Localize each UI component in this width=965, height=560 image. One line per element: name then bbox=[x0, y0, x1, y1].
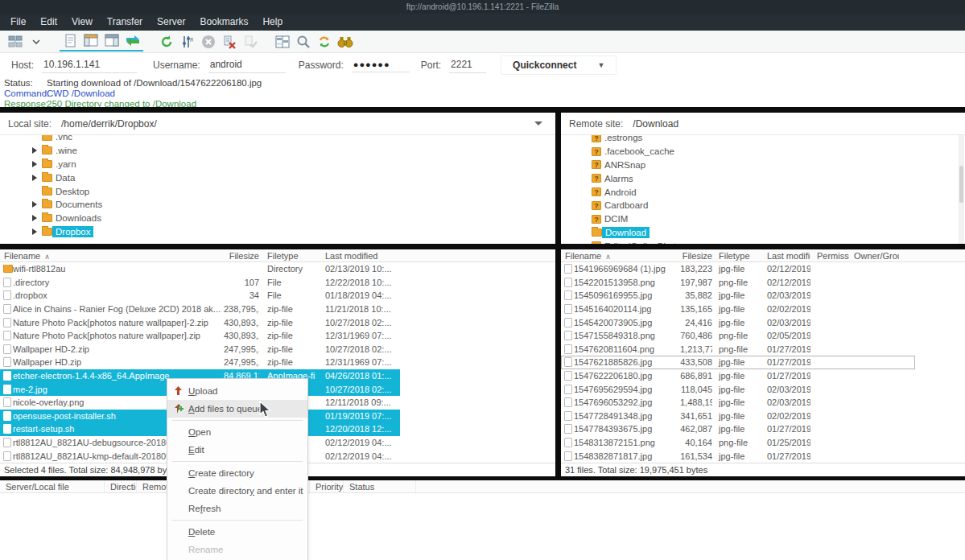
tree-item-anrsnap[interactable]: ?ANRSnap bbox=[561, 159, 965, 172]
local-site-combo-chevron-icon[interactable] bbox=[534, 121, 542, 126]
file-row[interactable]: 1547155849318.png760,486png-file02/05/20… bbox=[561, 329, 915, 343]
context-menu-item-create-directory-and-enter-it[interactable]: Create directory and enter it bbox=[167, 482, 307, 500]
tree-item-android[interactable]: ?Android bbox=[561, 185, 965, 199]
file-row[interactable]: 1547784393675.jpg462,087jpg-file01/27/20… bbox=[561, 422, 915, 436]
tree-item--facebook-cache[interactable]: ?.facebook_cache bbox=[561, 145, 965, 159]
file-row[interactable]: 1548382871817.jpg161,534jpg-file01/27/20… bbox=[561, 449, 915, 463]
context-menu-item-rename[interactable]: Rename bbox=[167, 541, 307, 558]
file-row[interactable]: 1547696053292.jpg1,488,196jpg-file02/03/… bbox=[561, 396, 915, 410]
synchronized-browsing-icon[interactable] bbox=[315, 33, 334, 51]
tree-item--wine[interactable]: .wine bbox=[0, 144, 555, 158]
remote-tree-list-splitter[interactable] bbox=[561, 244, 965, 249]
context-menu-item-create-directory[interactable]: Create directory bbox=[167, 464, 307, 482]
remote-site-path[interactable]: /Download bbox=[633, 118, 678, 130]
local-site-path[interactable]: /home/derrik/Dropbox/ bbox=[61, 118, 157, 130]
column-header-last-modified[interactable]: Last modified bbox=[315, 251, 396, 261]
toggle-message-log-icon[interactable] bbox=[60, 31, 80, 49]
file-row[interactable]: 1547728491348.jpg341,651jpg-file02/02/20… bbox=[561, 410, 915, 423]
disconnect-icon[interactable] bbox=[220, 33, 239, 51]
username-input[interactable]: android bbox=[208, 57, 286, 73]
file-row[interactable]: .dropbox34File01/18/2019 04:... bbox=[0, 289, 400, 303]
tree-item-data[interactable]: Data bbox=[0, 171, 555, 184]
toggle-local-tree-icon[interactable] bbox=[81, 31, 101, 49]
queue-column-server-local-file[interactable]: Server/Local file bbox=[0, 480, 105, 492]
column-header-last-modified[interactable]: Last modified bbox=[759, 251, 810, 261]
cancel-icon[interactable] bbox=[199, 33, 218, 51]
file-row[interactable]: Alice in Chains - Ranier Fog (Deluxe 2CD… bbox=[0, 303, 400, 316]
file-row[interactable]: Nature Photo Pack[photos nature wallpape… bbox=[0, 329, 400, 343]
file-row[interactable]: 1541966969684 (1).jpg183,223jpg-file02/1… bbox=[561, 262, 915, 276]
site-manager-icon[interactable] bbox=[6, 33, 25, 51]
file-row[interactable]: 1545096169955.jpg35,882jpg-file02/03/201… bbox=[561, 289, 915, 303]
file-row[interactable]: Nature Photo Pack[photos nature wallpape… bbox=[0, 315, 400, 329]
tree-item-dcim[interactable]: ?DCIM bbox=[561, 212, 965, 226]
column-header-filename[interactable]: Filename∧ bbox=[561, 251, 680, 261]
column-header-filesize[interactable]: Filesize bbox=[224, 251, 259, 261]
file-row[interactable]: 1547622206180.jpg686,891jpg-file01/27/20… bbox=[561, 369, 915, 383]
file-row[interactable]: Wallpaper HD.zip247,995,...zip-file12/31… bbox=[0, 356, 400, 369]
file-row[interactable]: 1547621885826.jpg433,508jpg-file01/27/20… bbox=[561, 356, 915, 369]
password-input[interactable]: ●●●●●● bbox=[352, 58, 410, 72]
tree-item-documents[interactable]: Documents bbox=[0, 198, 555, 212]
queue-column-status[interactable]: Status bbox=[344, 480, 416, 492]
column-header-filesize[interactable]: Filesize bbox=[680, 251, 712, 261]
file-row[interactable]: 1548313872151.png40,164png-file01/25/201… bbox=[561, 436, 915, 450]
toggle-transfer-queue-icon[interactable] bbox=[123, 31, 142, 49]
menu-item-edit[interactable]: Edit bbox=[33, 14, 64, 31]
file-row[interactable]: 1542201513958.png197,987png-file02/12/20… bbox=[561, 276, 915, 290]
host-input[interactable]: 10.196.1.141 bbox=[42, 57, 137, 73]
tree-item-desktop[interactable]: Desktop bbox=[0, 184, 555, 198]
directory-comparison-icon[interactable] bbox=[273, 33, 292, 51]
menu-item-help[interactable]: Help bbox=[255, 14, 290, 31]
menu-item-view[interactable]: View bbox=[64, 14, 100, 31]
quickconnect-dropdown-chevron-icon[interactable]: ▼ bbox=[597, 61, 604, 69]
tree-expander-icon[interactable] bbox=[32, 229, 37, 235]
context-menu-item-open[interactable]: Open bbox=[167, 423, 307, 441]
column-header-permission-[interactable]: Permission: bbox=[810, 251, 849, 261]
refresh-icon[interactable] bbox=[157, 33, 176, 51]
context-menu-item-add-files-to-queue[interactable]: Add files to queue bbox=[167, 400, 307, 418]
column-header-filetype[interactable]: Filetype bbox=[712, 251, 759, 261]
context-menu-item-refresh[interactable]: Refresh bbox=[167, 500, 307, 517]
menu-item-bookmarks[interactable]: Bookmarks bbox=[192, 14, 255, 31]
column-header-filename[interactable]: Filename∧ bbox=[0, 251, 224, 261]
find-files-icon[interactable] bbox=[294, 33, 313, 51]
tree-item-download[interactable]: Download bbox=[561, 226, 965, 240]
tree-item-downloads[interactable]: Downloads bbox=[0, 212, 555, 225]
context-menu-item-upload[interactable]: Upload bbox=[167, 382, 307, 400]
filter-icon[interactable]: R bbox=[178, 33, 197, 51]
panes-vertical-splitter[interactable] bbox=[555, 113, 561, 476]
file-row[interactable]: 1545420073905.jpg24,416jpg-file02/03/201… bbox=[561, 315, 915, 329]
tree-item-dropbox[interactable]: Dropbox bbox=[0, 225, 555, 239]
binoculars-icon[interactable] bbox=[336, 33, 355, 51]
tree-item--vnc[interactable]: .vnc bbox=[0, 135, 555, 144]
menu-item-transfer[interactable]: Transfer bbox=[100, 14, 150, 31]
file-row[interactable]: Wallpaper HD-2.zip247,995,...zip-file10/… bbox=[0, 343, 400, 356]
file-row[interactable]: .directory107File12/22/2018 10:... bbox=[0, 276, 400, 290]
tree-expander-icon[interactable] bbox=[32, 215, 37, 221]
site-manager-dropdown-chevron-icon[interactable] bbox=[27, 33, 46, 51]
tree-item--yarn[interactable]: .yarn bbox=[0, 158, 555, 171]
tree-item-editedonlinephotos[interactable]: ?EditedOnlinePhotos bbox=[561, 239, 965, 244]
local-tree-list-splitter[interactable] bbox=[0, 244, 555, 249]
tree-expander-icon[interactable] bbox=[32, 147, 37, 154]
column-header-filetype[interactable]: Filetype bbox=[259, 251, 315, 261]
queue-column-direction[interactable]: Direction bbox=[105, 480, 137, 492]
file-row[interactable]: wifi-rtl8812auDirectory02/13/2019 10:... bbox=[0, 262, 400, 276]
toggle-remote-tree-icon[interactable] bbox=[102, 31, 122, 49]
tree-expander-icon[interactable] bbox=[32, 201, 37, 208]
log-panes-splitter[interactable] bbox=[0, 107, 965, 113]
remote-tree-scrollbar[interactable] bbox=[959, 135, 964, 244]
column-header-owner-grou[interactable]: Owner/Grou bbox=[849, 251, 899, 261]
tree-item--estrongs[interactable]: ?.estrongs bbox=[561, 135, 965, 145]
tree-item-alarms[interactable]: ?Alarms bbox=[561, 171, 965, 185]
menu-item-file[interactable]: File bbox=[3, 14, 33, 31]
file-row[interactable]: 1545164020114.jpg135,165jpg-file02/02/20… bbox=[561, 303, 915, 316]
tree-expander-icon[interactable] bbox=[32, 175, 37, 181]
context-menu-item-edit[interactable]: Edit bbox=[167, 441, 307, 459]
reconnect-icon[interactable] bbox=[241, 33, 260, 51]
menu-item-server[interactable]: Server bbox=[150, 14, 192, 31]
port-input[interactable]: 2221 bbox=[449, 57, 486, 73]
file-row[interactable]: 1547620811604.png1,213,770png-file01/27/… bbox=[561, 343, 915, 356]
quickconnect-button[interactable]: Quickconnect ▼ bbox=[501, 56, 617, 75]
